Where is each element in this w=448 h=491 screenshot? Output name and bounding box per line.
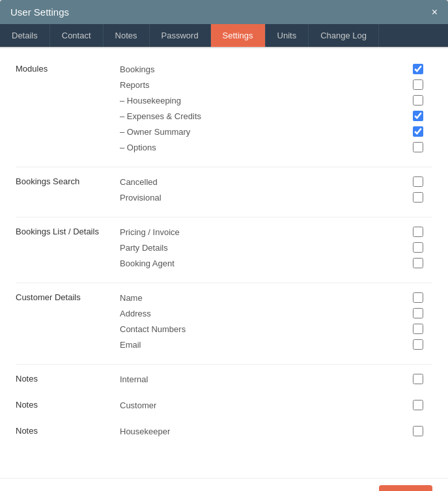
list-item: Party Details [120, 240, 432, 255]
housekeeper-checkbox[interactable] [413, 426, 423, 436]
divider [16, 167, 432, 167]
list-item: Customer [120, 397, 432, 413]
modal-header: User Settings × [0, 0, 448, 24]
item-label: Provisional [120, 193, 161, 203]
contact-numbers-checkbox[interactable] [413, 324, 423, 334]
divider [16, 283, 432, 283]
list-item: Provisional [120, 189, 432, 205]
list-item: Name [120, 290, 432, 305]
list-item: Booking Agent [120, 255, 432, 271]
list-item: Contact Numbers [120, 321, 432, 337]
section-bookings-search: Bookings Search Cancelled Provisional [16, 174, 432, 210]
cancelled-checkbox[interactable] [413, 176, 423, 187]
tab-details[interactable]: Details [0, 24, 50, 47]
section-label-notes-housekeeper: Notes [16, 423, 120, 439]
divider [16, 217, 432, 217]
email-checkbox[interactable] [413, 339, 423, 350]
section-label-notes-internal: Notes [16, 371, 120, 387]
list-item: – Owner Summary [120, 124, 432, 139]
item-label: – Options [120, 143, 156, 152]
section-label-customer-details: Customer Details [16, 290, 120, 352]
section-notes-customer: Notes Customer [16, 397, 432, 418]
section-items-bookings-search: Cancelled Provisional [120, 174, 432, 205]
address-checkbox[interactable] [413, 308, 423, 318]
modal-title: User Settings [10, 7, 69, 18]
tab-change-log[interactable]: Change Log [309, 24, 379, 47]
item-label: Cancelled [120, 177, 158, 187]
item-label: Booking Agent [120, 259, 175, 268]
tab-notes[interactable]: Notes [104, 24, 150, 47]
booking-agent-checkbox[interactable] [413, 258, 423, 268]
section-items-notes-housekeeper: Housekeeper [120, 423, 432, 439]
item-label: – Owner Summary [120, 127, 190, 137]
tab-bar: Details Contact Notes Password Settings … [0, 24, 448, 48]
pricing-invoice-checkbox[interactable] [413, 227, 423, 237]
section-items-bookings-list: Pricing / Invoice Party Details Booking … [120, 224, 432, 271]
owner-summary-checkbox[interactable] [413, 126, 423, 137]
bookings-checkbox[interactable] [413, 64, 423, 74]
item-label: – Housekeeping [120, 96, 181, 105]
item-label: Bookings [120, 64, 154, 74]
list-item: – Housekeeping [120, 92, 432, 108]
tab-units[interactable]: Units [266, 24, 309, 47]
tab-password[interactable]: Password [150, 24, 211, 47]
item-label: Housekeeper [120, 427, 170, 436]
tab-settings[interactable]: Settings [211, 24, 266, 47]
expenses-credits-checkbox[interactable] [413, 111, 423, 121]
list-item: Cancelled [120, 174, 432, 189]
section-items-notes-internal: Internal [120, 371, 432, 387]
section-customer-details: Customer Details Name Address Contact Nu… [16, 290, 432, 358]
housekeeping-checkbox[interactable] [413, 95, 423, 105]
item-label: Address [120, 309, 151, 318]
customer-notes-checkbox[interactable] [413, 400, 423, 410]
section-label-notes-customer: Notes [16, 397, 120, 413]
section-bookings-list: Bookings List / Details Pricing / Invoic… [16, 224, 432, 276]
internal-checkbox[interactable] [413, 374, 423, 384]
item-label: Name [120, 293, 143, 303]
list-item: – Options [120, 139, 432, 155]
options-checkbox[interactable] [413, 142, 423, 152]
item-label: Reports [120, 80, 150, 90]
modal-body: Modules Bookings Reports – Housekeeping … [0, 48, 448, 478]
list-item: Reports [120, 77, 432, 92]
section-notes-internal: Notes Internal [16, 371, 432, 392]
item-label: – Expenses & Credits [120, 111, 201, 121]
name-checkbox[interactable] [413, 292, 423, 303]
reports-checkbox[interactable] [413, 79, 423, 90]
item-label: Pricing / Invoice [120, 227, 180, 237]
list-item: – Expenses & Credits [120, 108, 432, 124]
list-item: Email [120, 337, 432, 352]
list-item: Internal [120, 371, 432, 387]
section-items-notes-customer: Customer [120, 397, 432, 413]
modal-footer: Update [0, 478, 448, 491]
list-item: Bookings [120, 61, 432, 77]
section-label-bookings-search: Bookings Search [16, 174, 120, 205]
update-button[interactable]: Update [379, 485, 432, 491]
section-items-customer-details: Name Address Contact Numbers Email [120, 290, 432, 352]
section-items-modules: Bookings Reports – Housekeeping – Expens… [120, 61, 432, 155]
section-notes-housekeeper: Notes Housekeeper [16, 423, 432, 444]
item-label: Contact Numbers [120, 324, 186, 334]
item-label: Party Details [120, 243, 168, 253]
section-label-bookings-list: Bookings List / Details [16, 224, 120, 271]
tab-contact[interactable]: Contact [50, 24, 104, 47]
close-button[interactable]: × [432, 7, 438, 18]
item-label: Customer [120, 400, 156, 410]
party-details-checkbox[interactable] [413, 242, 423, 253]
section-label-modules: Modules [16, 61, 120, 155]
provisional-checkbox[interactable] [413, 192, 423, 203]
modal-container: User Settings × Details Contact Notes Pa… [0, 0, 448, 491]
divider [16, 364, 432, 365]
list-item: Pricing / Invoice [120, 224, 432, 240]
list-item: Housekeeper [120, 423, 432, 439]
section-modules: Modules Bookings Reports – Housekeeping … [16, 61, 432, 160]
list-item: Address [120, 305, 432, 321]
item-label: Internal [120, 374, 148, 384]
item-label: Email [120, 340, 141, 350]
